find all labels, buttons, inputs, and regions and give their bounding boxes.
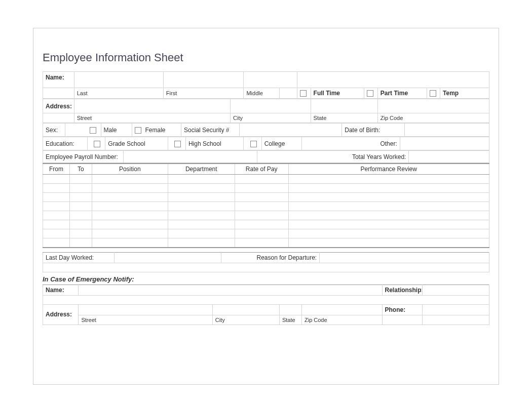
grade-checkbox[interactable]: [94, 141, 100, 147]
lastday-label: Last Day Worked:: [43, 252, 115, 263]
name-middle-input[interactable]: [244, 72, 297, 88]
other-label: Other:: [301, 137, 400, 150]
address-city-input[interactable]: [231, 99, 311, 113]
name-label: Name:: [43, 72, 74, 88]
male-checkbox[interactable]: [90, 127, 96, 134]
address-state-input[interactable]: [311, 99, 377, 113]
em-street-input[interactable]: [79, 304, 212, 315]
dob-label: Date of Birth:: [342, 124, 404, 137]
em-city-input[interactable]: [212, 304, 279, 315]
address-state-sub: State: [311, 113, 377, 123]
emergency-table: Name: Relationship: Address: Phone: Stre…: [43, 285, 489, 325]
high-checkbox[interactable]: [174, 141, 181, 147]
education-label: Education:: [43, 137, 88, 150]
payroll-years-table: Employee Payroll Number: Total Years Wor…: [43, 150, 489, 163]
history-row[interactable]: [43, 202, 489, 211]
lastday-input[interactable]: [114, 252, 221, 263]
name-first-sub: First: [163, 88, 244, 99]
em-city-sub: City: [212, 315, 279, 325]
em-rel-label: Relationship:: [382, 285, 422, 295]
sex-ssn-dob-table: Sex: Male Female Social Security # Date …: [43, 123, 489, 137]
page-title: Employee Information Sheet: [43, 51, 489, 64]
name-middle-sub: Middle: [244, 88, 279, 99]
address-city-sub: City: [231, 113, 311, 123]
em-state-sub: State: [279, 315, 301, 325]
ssn-label: Social Security #: [181, 124, 240, 137]
college-checkbox[interactable]: [250, 141, 257, 147]
em-name-input[interactable]: [79, 285, 382, 295]
reason-label: Reason for Departure:: [221, 252, 320, 263]
departure-notes[interactable]: [43, 263, 489, 272]
years-input[interactable]: [409, 151, 489, 163]
parttime-checkbox[interactable]: [367, 90, 373, 97]
em-state-input[interactable]: [279, 304, 301, 315]
education-table: Education: Grade School High School Coll…: [43, 137, 489, 150]
em-name-label: Name:: [43, 285, 79, 295]
years-label: Total Years Worked:: [257, 151, 409, 163]
female-label: Female: [145, 127, 166, 134]
fulltime-checkbox[interactable]: [300, 90, 307, 97]
name-table: Name: Last First Middle Full Time Part T…: [43, 71, 489, 99]
grade-label: Grade School: [105, 137, 168, 150]
history-row[interactable]: [43, 175, 489, 184]
history-row[interactable]: [43, 211, 489, 220]
em-address-label: Address:: [43, 304, 79, 325]
history-hdr-position: Position: [92, 164, 168, 175]
address-street-sub: Street: [74, 113, 230, 123]
history-hdr-review: Performance Review: [288, 164, 489, 175]
female-checkbox[interactable]: [135, 127, 141, 134]
name-last-sub: Last: [74, 88, 163, 99]
parttime-label: Part Time: [377, 88, 427, 99]
male-label: Male: [101, 124, 132, 137]
em-zip-input[interactable]: [301, 304, 382, 315]
history-hdr-to: To: [69, 164, 92, 175]
em-phone-label: Phone:: [382, 304, 422, 315]
temp-checkbox[interactable]: [430, 90, 436, 97]
name-last-input[interactable]: [74, 72, 163, 88]
em-street-sub: Street: [79, 315, 212, 325]
em-rel-input[interactable]: [422, 285, 489, 295]
history-row[interactable]: [43, 220, 489, 229]
other-input[interactable]: [400, 137, 489, 150]
history-row[interactable]: [43, 229, 489, 238]
emergency-title: In Case of Emergency Notify:: [43, 275, 489, 283]
fulltime-label: Full Time: [311, 88, 364, 99]
em-phone-input[interactable]: [422, 304, 489, 315]
history-hdr-from: From: [43, 164, 70, 175]
dob-input[interactable]: [404, 124, 489, 137]
payroll-label: Employee Payroll Number:: [43, 151, 124, 163]
address-table: Address: Street City State Zip Code: [43, 99, 489, 123]
payroll-input[interactable]: [123, 151, 257, 163]
sex-label: Sex:: [43, 124, 65, 137]
history-row[interactable]: [43, 238, 489, 248]
history-hdr-department: Department: [168, 164, 235, 175]
em-zip-sub: Zip Code: [301, 315, 382, 325]
departure-table: Last Day Worked: Reason for Departure:: [43, 252, 489, 272]
history-row[interactable]: [43, 193, 489, 202]
history-table: From To Position Department Rate of Pay …: [43, 163, 489, 248]
address-street-input[interactable]: [74, 99, 230, 113]
address-zip-sub: Zip Code: [377, 113, 489, 123]
temp-label: Temp: [440, 88, 489, 99]
name-first-input[interactable]: [163, 72, 244, 88]
reason-input[interactable]: [320, 252, 489, 263]
form-sheet: Employee Information Sheet Name: Last Fi…: [33, 28, 499, 385]
history-row[interactable]: [43, 184, 489, 193]
history-hdr-rate: Rate of Pay: [235, 164, 288, 175]
ssn-input[interactable]: [239, 124, 342, 137]
college-label: College: [261, 137, 301, 150]
address-zip-input[interactable]: [377, 99, 489, 113]
high-label: High School: [185, 137, 244, 150]
address-label: Address:: [43, 99, 74, 113]
